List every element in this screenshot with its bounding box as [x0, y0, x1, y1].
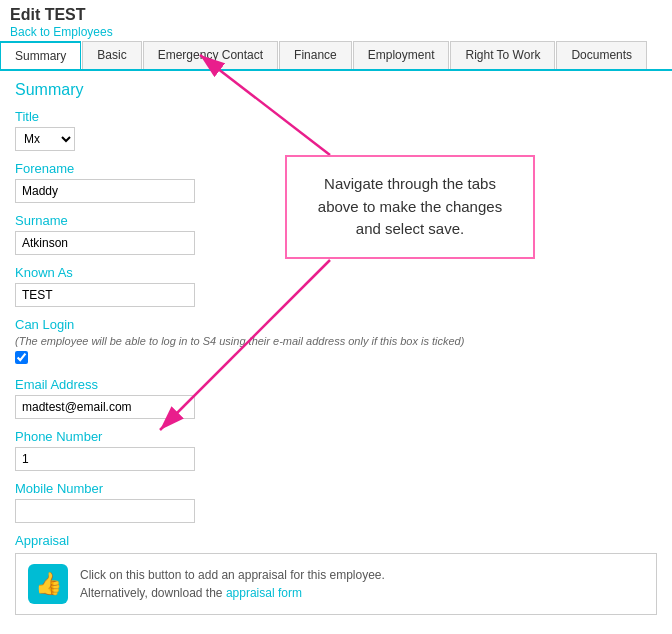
mobile-label: Mobile Number [15, 481, 657, 496]
annotation-text: Navigate through the tabs above to make … [318, 175, 502, 237]
tabs-container: Summary Basic Emergency Contact Finance … [0, 41, 672, 71]
appraisal-thumb-icon[interactable]: 👍 [28, 564, 68, 604]
annotation-box: Navigate through the tabs above to make … [285, 155, 535, 259]
title-select[interactable]: Mr Mrs Ms Mx Dr [15, 127, 75, 151]
appraisal-box: 👍 Click on this button to add an apprais… [15, 553, 657, 615]
can-login-label: Can Login [15, 317, 657, 332]
tab-employment[interactable]: Employment [353, 41, 450, 69]
tab-emergency-contact[interactable]: Emergency Contact [143, 41, 278, 69]
tab-summary[interactable]: Summary [0, 41, 81, 69]
page-title: Edit TEST [10, 6, 662, 24]
phone-field-group: Phone Number [15, 429, 657, 471]
forename-input[interactable] [15, 179, 195, 203]
back-to-employees-link[interactable]: Back to Employees [10, 25, 113, 39]
tab-documents[interactable]: Documents [556, 41, 647, 69]
title-field-group: Title Mr Mrs Ms Mx Dr [15, 109, 657, 151]
appraisal-text1: Click on this button to add an appraisal… [80, 568, 385, 582]
tab-basic[interactable]: Basic [82, 41, 141, 69]
section-title: Summary [15, 81, 657, 99]
email-input[interactable] [15, 395, 195, 419]
phone-label: Phone Number [15, 429, 657, 444]
tab-finance[interactable]: Finance [279, 41, 352, 69]
appraisal-text2: Alternatively, download the [80, 586, 223, 600]
can-login-field-group: Can Login (The employee will be able to … [15, 317, 657, 367]
tab-right-to-work[interactable]: Right To Work [450, 41, 555, 69]
page-header: Edit TEST Back to Employees [0, 0, 672, 41]
appraisal-form-link[interactable]: appraisal form [226, 586, 302, 600]
can-login-note: (The employee will be able to log in to … [15, 335, 657, 347]
phone-input[interactable] [15, 447, 195, 471]
can-login-checkbox[interactable] [15, 351, 28, 364]
appraisal-label: Appraisal [15, 533, 657, 548]
appraisal-text: Click on this button to add an appraisal… [80, 566, 385, 602]
mobile-field-group: Mobile Number [15, 481, 657, 523]
known-as-field-group: Known As [15, 265, 657, 307]
appraisal-field-group: Appraisal 👍 Click on this button to add … [15, 533, 657, 615]
known-as-input[interactable] [15, 283, 195, 307]
mobile-input[interactable] [15, 499, 195, 523]
email-field-group: Email Address [15, 377, 657, 419]
title-label: Title [15, 109, 657, 124]
surname-input[interactable] [15, 231, 195, 255]
email-label: Email Address [15, 377, 657, 392]
known-as-label: Known As [15, 265, 657, 280]
